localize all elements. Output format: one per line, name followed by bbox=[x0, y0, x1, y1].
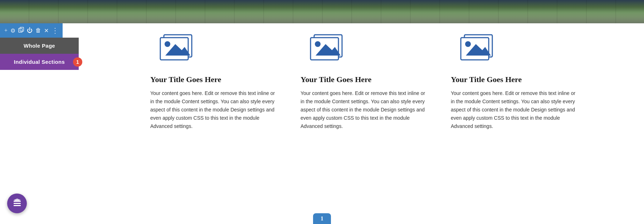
svg-point-9 bbox=[315, 41, 321, 47]
individual-sections-button[interactable]: Individual Sections 1 bbox=[0, 54, 79, 70]
bottom-pagination[interactable]: 1 bbox=[313, 213, 331, 224]
pagination-number: 1 bbox=[321, 215, 323, 222]
column-2: Your Title Goes Here Your content goes h… bbox=[290, 30, 440, 130]
svg-rect-15 bbox=[14, 203, 21, 204]
add-icon[interactable]: + bbox=[4, 27, 8, 34]
column-2-body: Your content goes here. Edit or remove t… bbox=[301, 89, 429, 130]
column-1: Your Title Goes Here Your content goes h… bbox=[140, 30, 290, 130]
layers-icon bbox=[12, 199, 22, 209]
column-1-title: Your Title Goes Here bbox=[150, 75, 221, 84]
image-placeholder-2 bbox=[308, 30, 351, 66]
settings-icon[interactable]: ⚙ bbox=[10, 27, 15, 34]
top-banner bbox=[0, 0, 644, 23]
whole-page-button[interactable]: Whole Page bbox=[0, 38, 79, 54]
svg-rect-16 bbox=[14, 205, 21, 206]
svg-point-5 bbox=[165, 41, 170, 47]
image-placeholder-1 bbox=[157, 30, 200, 66]
column-2-title: Your Title Goes Here bbox=[301, 75, 371, 84]
more-options-icon[interactable]: ⋮ bbox=[52, 26, 58, 35]
duplicate-icon[interactable] bbox=[18, 27, 24, 34]
column-3: Your Title Goes Here Your content goes h… bbox=[440, 30, 590, 130]
toolbar: + ⚙ ⏻ 🗑 ✕ ⋮ bbox=[0, 23, 63, 38]
badge-count: 1 bbox=[73, 57, 82, 67]
sidebar-buttons: Whole Page Individual Sections 1 bbox=[0, 38, 79, 70]
column-3-title: Your Title Goes Here bbox=[451, 75, 522, 84]
power-icon[interactable]: ⏻ bbox=[27, 27, 33, 34]
svg-rect-1 bbox=[20, 27, 24, 31]
fab-button[interactable] bbox=[7, 194, 27, 213]
svg-rect-0 bbox=[19, 28, 22, 32]
column-1-body: Your content goes here. Edit or remove t… bbox=[150, 89, 279, 130]
columns-container: Your Title Goes Here Your content goes h… bbox=[0, 23, 644, 134]
svg-point-13 bbox=[465, 41, 471, 47]
column-3-body: Your content goes here. Edit or remove t… bbox=[451, 89, 580, 130]
close-icon[interactable]: ✕ bbox=[44, 27, 49, 34]
trash-icon[interactable]: 🗑 bbox=[35, 27, 41, 34]
image-placeholder-3 bbox=[458, 30, 501, 66]
